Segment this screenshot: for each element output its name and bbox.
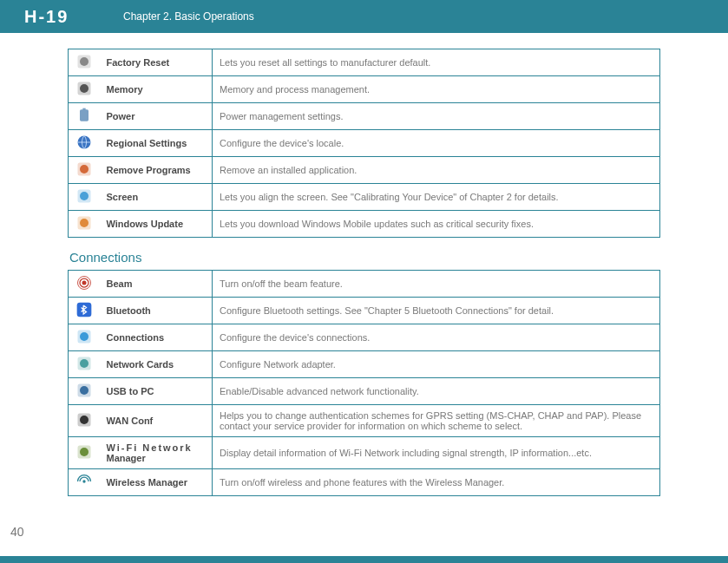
row-icon-cell [69, 76, 100, 103]
screen-icon [75, 187, 94, 206]
network-cards-icon [75, 355, 94, 374]
row-icon-cell [69, 211, 100, 238]
table-row: PowerPower management settings. [69, 103, 660, 130]
connections-settings-table: BeamTurn on/off the beam feature.Bluetoo… [68, 270, 660, 496]
row-name: Wireless Manager [100, 469, 213, 496]
system-settings-table: Factory ResetLets you reset all settings… [68, 49, 660, 238]
table-row: ScreenLets you align the screen. See "Ca… [69, 184, 660, 211]
row-name: Memory [100, 76, 213, 103]
page-content: Factory ResetLets you reset all settings… [0, 33, 728, 496]
row-description: Configure the device's locale. [213, 130, 660, 157]
row-name: Wi-Fi NetworkManager [100, 437, 213, 469]
row-icon-cell [69, 437, 100, 469]
table-row: Factory ResetLets you reset all settings… [69, 49, 660, 76]
svg-point-26 [80, 448, 89, 456]
row-icon-cell [69, 157, 100, 184]
row-name: Regional Settings [100, 130, 213, 157]
row-description: Display detail information of Wi-Fi Netw… [213, 437, 660, 469]
wan-conf-icon [75, 411, 94, 430]
wireless-manager-icon [75, 473, 94, 492]
table-row: Wi-Fi NetworkManagerDisplay detail infor… [69, 437, 660, 469]
row-description: Turn on/off wireless and phone features … [213, 469, 660, 496]
table-row: Wireless ManagerTurn on/off wireless and… [69, 469, 660, 496]
page-number: 40 [10, 525, 24, 539]
row-icon-cell [69, 103, 100, 130]
remove-programs-icon [75, 160, 94, 180]
row-description: Lets you reset all settings to manufactu… [213, 49, 660, 76]
svg-point-18 [80, 332, 89, 341]
row-icon-cell [69, 184, 100, 211]
row-icon-cell [69, 405, 100, 437]
power-icon [75, 107, 94, 126]
row-name: Windows Update [100, 211, 213, 238]
row-description: Turn on/off the beam feature. [213, 271, 660, 298]
factory-reset-icon [75, 53, 94, 72]
svg-point-8 [80, 165, 89, 173]
row-name: Bluetooth [100, 298, 213, 324]
svg-point-12 [80, 219, 89, 227]
table-row: BluetoothConfigure Bluetooth settings. S… [69, 298, 660, 324]
row-name: Screen [100, 184, 213, 211]
connections-heading: Connections [69, 250, 660, 265]
table-row: Windows UpdateLets you download Windows … [69, 211, 660, 238]
svg-point-10 [80, 192, 89, 200]
row-description: Configure Bluetooth settings. See "Chapt… [213, 298, 660, 324]
row-icon-cell [69, 324, 100, 351]
svg-point-3 [80, 84, 89, 93]
row-name: Beam [100, 271, 213, 298]
table-row: WAN ConfHelps you to change authenticati… [69, 405, 660, 437]
memory-icon [75, 80, 94, 99]
row-description: Configure the device's connections. [213, 324, 660, 351]
row-name-line2: Manager [107, 453, 146, 463]
row-description: Lets you align the screen. See "Calibrat… [213, 184, 660, 211]
row-icon-cell [69, 378, 100, 405]
svg-point-22 [80, 386, 89, 395]
row-icon-cell [69, 271, 100, 298]
svg-rect-4 [80, 109, 89, 121]
row-icon-cell [69, 130, 100, 157]
row-name-line1: Wi-Fi Network [107, 442, 193, 453]
row-icon-cell [69, 49, 100, 76]
windows-update-icon [75, 214, 94, 233]
row-name: USB to PC [100, 378, 213, 405]
svg-point-24 [80, 416, 89, 424]
row-description: Remove an installed application. [213, 157, 660, 184]
row-name: Connections [100, 324, 213, 351]
row-name: WAN Conf [100, 405, 213, 437]
beam-icon [75, 274, 94, 293]
row-icon-cell [69, 469, 100, 496]
svg-point-13 [82, 281, 86, 285]
footer-bar [0, 556, 728, 563]
row-description: Configure Network adapter. [213, 351, 660, 378]
row-icon-cell [69, 351, 100, 378]
row-description: Helps you to change authentication schem… [213, 405, 660, 437]
row-description: Enable/Disable advanced network function… [213, 378, 660, 405]
usb-to-pc-icon [75, 382, 94, 401]
row-name: Network Cards [100, 351, 213, 378]
header-bar: H-19 Chapter 2. Basic Operations [0, 0, 728, 33]
regional-icon [75, 134, 94, 153]
table-row: BeamTurn on/off the beam feature. [69, 271, 660, 298]
chapter-title: Chapter 2. Basic Operations [113, 10, 254, 23]
table-row: Regional SettingsConfigure the device's … [69, 130, 660, 157]
bluetooth-icon [75, 301, 94, 320]
svg-point-27 [82, 480, 85, 482]
table-row: Remove ProgramsRemove an installed appli… [69, 157, 660, 184]
svg-rect-5 [82, 108, 85, 111]
row-icon-cell [69, 298, 100, 324]
row-name: Remove Programs [100, 157, 213, 184]
table-row: Network CardsConfigure Network adapter. [69, 351, 660, 378]
row-description: Lets you download Windows Mobile updates… [213, 211, 660, 238]
svg-point-1 [80, 57, 89, 66]
row-description: Power management settings. [213, 103, 660, 130]
table-row: USB to PCEnable/Disable advanced network… [69, 378, 660, 405]
table-row: ConnectionsConfigure the device's connec… [69, 324, 660, 351]
wifi-manager-icon [75, 443, 94, 462]
connections-icon [75, 328, 94, 347]
row-name: Power [100, 103, 213, 130]
table-row: MemoryMemory and process management. [69, 76, 660, 103]
row-description: Memory and process management. [213, 76, 660, 103]
row-name: Factory Reset [100, 49, 213, 76]
logo: H-19 [0, 7, 113, 27]
svg-point-20 [80, 359, 89, 368]
